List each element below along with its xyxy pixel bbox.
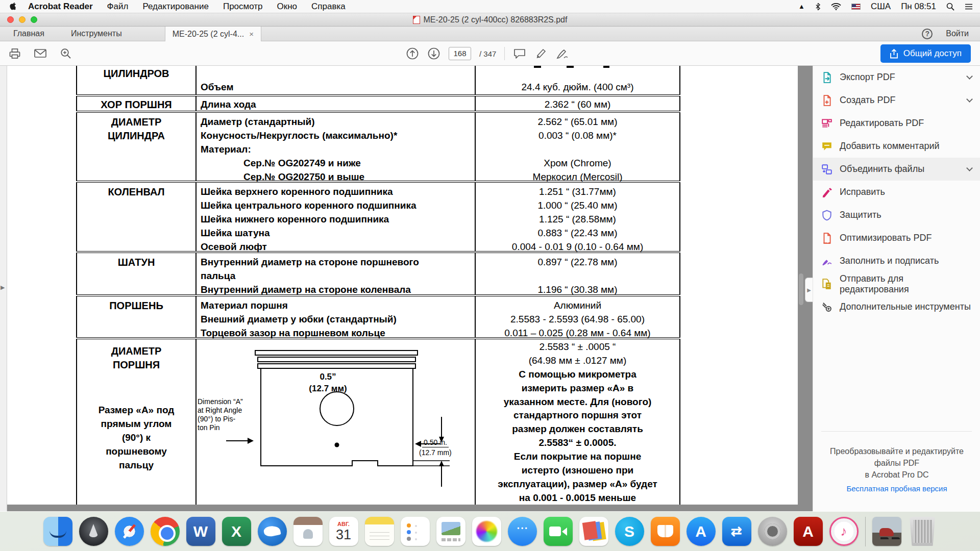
fillsign-icon (821, 256, 832, 267)
row-description: Внутренний диаметр на стороне коленвала (197, 283, 475, 295)
dock-word-icon[interactable]: W (186, 517, 215, 546)
dock-app-store-icon[interactable]: A (687, 517, 716, 546)
bluetooth-icon[interactable] (815, 3, 821, 11)
free-trial-link[interactable]: Бесплатная пробная версия (818, 484, 975, 493)
dock-notes-icon[interactable] (365, 517, 394, 546)
tool-item-edit[interactable]: Редактировать PDF (813, 112, 980, 135)
tools-pane-handle-rail: ▶ (805, 66, 813, 512)
zoom-window-button[interactable] (31, 16, 37, 23)
comment-icon[interactable] (513, 47, 526, 60)
chevron-down-icon[interactable] (966, 96, 973, 103)
row-value: Меркосил (Mercosil) (476, 170, 679, 182)
sign-in-link[interactable]: Войти (946, 29, 969, 38)
tool-item-label: Исправить (840, 187, 885, 197)
table-section: ЦИЛИНДРОВОбъем 24.4 куб. дюйм. (400 см³) (76, 66, 680, 95)
window-title-bar[interactable]: ME-20-25 (2 cyl-400cc) 826883R2S.pdf (0, 13, 980, 27)
menu-item-справка[interactable]: Справка (311, 2, 346, 12)
notification-center-icon[interactable] (965, 3, 973, 10)
help-icon[interactable]: ? (922, 29, 933, 39)
collapse-tools-pane-icon[interactable]: ▶ (805, 278, 813, 302)
chevron-down-icon[interactable] (966, 73, 973, 80)
zoom-tool-icon[interactable] (59, 47, 72, 60)
dock-preview-icon[interactable] (436, 517, 465, 546)
tab-tools[interactable]: Инструменты (58, 27, 135, 41)
share-button[interactable]: Общий доступ (880, 44, 971, 63)
row-category: КОЛЕНВАЛ (77, 185, 195, 199)
apple-menu-icon[interactable] (9, 2, 17, 11)
row-description: Диаметр (стандартный) (197, 115, 475, 129)
next-page-icon[interactable] (427, 47, 440, 60)
dock-trash-icon[interactable] (908, 517, 937, 546)
fill-sign-icon[interactable] (556, 47, 569, 60)
menu-item-окно[interactable]: Окно (277, 2, 298, 12)
dimension-a-note: Размер «А» подпрямым углом(90°) кпоршнев… (77, 403, 195, 472)
dock-itunes-icon[interactable]: ♪ (829, 517, 859, 546)
dock-photo-booth-icon[interactable] (579, 517, 608, 546)
tool-item-combine[interactable]: Объединить файлы (813, 158, 980, 181)
dock-acrobat-reader-icon[interactable]: A (794, 517, 823, 546)
edit-icon (821, 118, 832, 129)
previous-page-icon[interactable] (406, 47, 419, 60)
tab-home[interactable]: Главная (0, 27, 58, 41)
tool-item-protect[interactable]: Защитить (813, 204, 980, 227)
dock-excel-icon[interactable]: X (222, 517, 251, 546)
dock-thunderbird-icon[interactable] (258, 517, 287, 546)
tool-item-label: Дополнительные инструменты (840, 302, 971, 312)
dock-reminders-icon[interactable] (401, 517, 430, 546)
tool-item-export[interactable]: Экспорт PDF (813, 66, 980, 89)
menu-clock[interactable]: Пн 08:51 (901, 2, 936, 12)
menu-item-файл[interactable]: Файл (107, 2, 129, 12)
dock-teamviewer-icon[interactable] (722, 517, 751, 546)
dock-facetime-icon[interactable] (544, 517, 573, 546)
wifi-icon[interactable] (831, 3, 841, 10)
input-language-flag-icon[interactable] (851, 4, 861, 10)
dock-chrome-icon[interactable] (151, 517, 180, 546)
dock-calendar-icon[interactable]: АВГ.31 (329, 517, 358, 546)
dock-safari-icon[interactable] (115, 517, 144, 546)
tab-close-icon[interactable]: × (249, 30, 254, 38)
dock-contacts-icon[interactable] (293, 517, 323, 546)
close-window-button[interactable] (7, 16, 14, 23)
tool-item-comment[interactable]: Добавить комментарий (813, 135, 980, 158)
tool-item-label: Редактировать PDF (840, 118, 924, 129)
row-category: ЦИЛИНДРОВ (77, 67, 195, 81)
bore-label: 0.5” (296, 372, 360, 382)
dock-motorcycle-file-icon[interactable] (872, 517, 901, 546)
spotlight-icon[interactable] (946, 3, 954, 11)
tool-item-redact[interactable]: Исправить (813, 181, 980, 204)
minimize-window-button[interactable] (19, 16, 26, 23)
tool-item-fillsign[interactable]: Заполнить и подписать (813, 249, 980, 272)
tool-item-label: Отправить для редактирования (840, 273, 972, 295)
dock-books-icon[interactable] (651, 517, 680, 546)
dock-messages-icon[interactable] (508, 517, 537, 546)
row-value: Алюминий (476, 299, 679, 313)
tool-item-send[interactable]: Отправить для редактирования (813, 272, 980, 295)
menu-item-редактирование[interactable]: Редактирование (142, 2, 209, 12)
tool-item-label: Оптимизировать PDF (840, 233, 932, 243)
print-icon[interactable] (8, 47, 21, 60)
row-description: Шейка шатуна (197, 227, 475, 240)
menu-item-просмотр[interactable]: Просмотр (223, 2, 263, 12)
nav-pane-rail[interactable]: ▶ (0, 66, 7, 512)
chevron-down-icon[interactable] (966, 165, 973, 171)
tab-document[interactable]: ME-20-25 (2 cyl-4... × (165, 27, 261, 41)
email-icon[interactable] (34, 47, 47, 60)
active-app-name[interactable]: Acrobat Reader (28, 2, 93, 12)
tools-list: Экспорт PDFСоздать PDFРедактировать PDFД… (813, 66, 980, 318)
dimension-a-caption: Dimension “A”at Right Angle(90°) to Pis-… (198, 397, 257, 432)
dock-skype-icon[interactable]: S (615, 517, 644, 546)
input-language-label[interactable]: США (871, 2, 891, 12)
open-nav-pane-icon[interactable]: ▶ (1, 284, 5, 291)
dock-photos-icon[interactable] (472, 517, 501, 546)
highlighter-icon[interactable] (534, 47, 548, 60)
dock-system-preferences-icon[interactable] (758, 517, 787, 546)
page-number-input[interactable]: 168 (449, 47, 471, 60)
tool-item-more[interactable]: Дополнительные инструменты (813, 295, 980, 318)
display-arrangement-icon[interactable]: ▲ (798, 3, 805, 10)
dock-finder-icon[interactable] (43, 517, 72, 546)
tool-item-create[interactable]: Создать PDF (813, 89, 980, 112)
dock-launchpad-icon[interactable] (79, 517, 108, 546)
pdf-file-icon (413, 16, 420, 24)
tool-item-optimize[interactable]: Оптимизировать PDF (813, 227, 980, 249)
vertical-scrollbar-thumb[interactable] (799, 273, 803, 305)
